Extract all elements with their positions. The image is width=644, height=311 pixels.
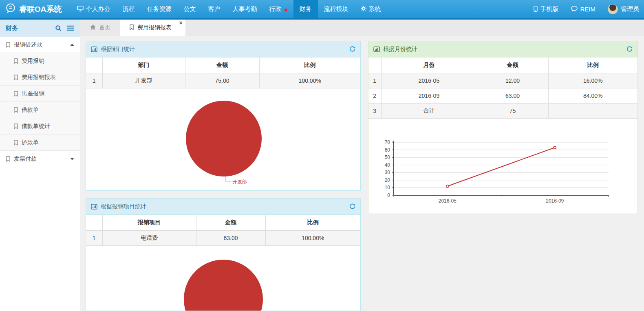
panel-month-header: 根据月份统计 [368, 41, 637, 57]
svg-text:50: 50 [385, 154, 390, 160]
sidebar: 财务 报销借还款 费用报销 费用报销报表 出差报销 借款单 借款单统计 还款单 … [0, 20, 80, 311]
bar-chart-icon [373, 46, 380, 52]
panel-dept-header: 根据部门统计 [86, 41, 360, 57]
cell-index: 1 [86, 73, 102, 88]
nav-item-workflow[interactable]: 流程 [117, 0, 141, 18]
bookmark-icon [13, 124, 18, 129]
cell-index: 1 [368, 73, 381, 88]
search-icon[interactable] [55, 25, 62, 31]
nav-item-personal-office[interactable]: 个人办公 [71, 0, 117, 18]
tab-expense-report[interactable]: 费用报销报表 × [120, 20, 185, 36]
sidebar-title: 财务 [6, 24, 49, 32]
refresh-icon[interactable] [349, 203, 355, 210]
bookmark-icon [6, 42, 11, 48]
column-header: 比例 [259, 57, 360, 73]
app-title: 睿联OA系统 [19, 4, 62, 15]
table-header-row: 月份 金额 比例 [368, 57, 637, 73]
sidebar-item-repayment-form[interactable]: 还款单 [0, 135, 80, 151]
cell-index: 3 [368, 103, 381, 118]
navbar-right: 手机版 REIM 管理员 [534, 0, 644, 18]
svg-text:30: 30 [385, 170, 390, 175]
notification-dot [285, 9, 287, 11]
svg-text:10: 10 [385, 185, 390, 190]
logo-icon [5, 3, 16, 15]
svg-text:0: 0 [387, 192, 390, 198]
cell-month: 2016-09 [381, 88, 477, 103]
bookmark-icon [129, 24, 134, 31]
month-table: 月份 金额 比例 1 2016-05 12.00 16.00% 2 2016-0… [368, 57, 637, 119]
sidebar-item-invoice-payment-group[interactable]: 发票付款 [0, 151, 80, 167]
column-header: 部门 [102, 57, 185, 73]
pie-label-line [225, 176, 231, 181]
top-navbar: 睿联OA系统 个人办公 流程 任务资源 公文 客户 人事考勤 行政 财务 流程模… [0, 0, 644, 20]
phone-icon [534, 6, 538, 13]
menu-toggle-icon[interactable] [67, 25, 74, 31]
tab-bar: 首页 费用报销报表 × [80, 20, 644, 36]
bar-chart-icon [91, 204, 97, 210]
pie-label: 开发部 [232, 179, 247, 185]
column-header: 金额 [185, 57, 259, 73]
cell-ratio: 100.00% [265, 230, 360, 245]
svg-text:70: 70 [385, 139, 390, 145]
sidebar-item-reimburse-loan-group[interactable]: 报销借还款 [0, 37, 80, 53]
sidebar-item-loan-form[interactable]: 借款单 [0, 102, 80, 118]
bar-chart-icon [91, 46, 97, 52]
mobile-version-link[interactable]: 手机版 [534, 5, 559, 13]
panel-month-stats: 根据月份统计 月份 金额 比例 1 2016-05 12.00 16.00% 2… [368, 41, 638, 214]
bookmark-icon [13, 140, 18, 146]
table-header-row: 报销项目 金额 比例 [86, 215, 360, 230]
main-menu: 个人办公 流程 任务资源 公文 客户 人事考勤 行政 财务 流程模块 系统 [71, 0, 387, 18]
svg-text:2016-05: 2016-05 [439, 198, 457, 204]
nav-item-finance[interactable]: 财务 [293, 0, 318, 18]
table-row: 2 2016-09 63.00 84.00% [368, 88, 637, 103]
dept-table: 部门 金额 比例 1 开发部 75.00 100.00% [86, 57, 360, 88]
nav-item-system[interactable]: 系统 [355, 0, 387, 18]
sidebar-item-loan-stats[interactable]: 借款单统计 [0, 118, 80, 135]
close-icon[interactable]: × [179, 20, 183, 26]
panel-title: 根据报销项目统计 [101, 203, 146, 210]
table-header-row: 部门 金额 比例 [86, 57, 360, 73]
app-logo[interactable]: 睿联OA系统 [0, 0, 71, 18]
gear-icon [361, 6, 366, 13]
nav-item-task-resource[interactable]: 任务资源 [141, 0, 178, 18]
pie-chart-item [184, 260, 263, 311]
nav-item-document[interactable]: 公文 [178, 0, 202, 18]
user-menu[interactable]: 管理员 [608, 4, 639, 14]
cell-ratio: 16.00% [548, 73, 637, 88]
cell-amount: 75 [477, 103, 548, 118]
cell-ratio: 100.00% [259, 73, 360, 88]
bookmark-icon [13, 107, 18, 113]
nav-item-admin[interactable]: 行政 [263, 0, 293, 18]
cell-month: 合计 [381, 103, 477, 118]
cell-amount: 63.00 [477, 88, 548, 103]
cell-index: 2 [368, 88, 381, 103]
sidebar-item-expense-reimburse[interactable]: 费用报销 [0, 53, 80, 69]
column-header: 报销项目 [102, 215, 196, 230]
panel-item-header: 根据报销项目统计 [86, 199, 360, 215]
refresh-icon[interactable] [349, 46, 355, 52]
nav-item-workflow-module[interactable]: 流程模块 [318, 0, 355, 18]
table-row: 3 合计 75 [368, 103, 637, 118]
column-header: 金额 [196, 215, 265, 230]
svg-text:20: 20 [385, 177, 390, 183]
svg-text:40: 40 [385, 162, 390, 168]
reim-link[interactable]: REIM [571, 6, 596, 13]
bookmark-icon [13, 91, 18, 97]
cell-item: 电话费 [102, 230, 196, 245]
panel-item-stats: 根据报销项目统计 报销项目 金额 比例 1 电话费 63.00 100.00% [86, 198, 361, 311]
bookmark-icon [13, 58, 18, 64]
nav-item-hr-attendance[interactable]: 人事考勤 [227, 0, 263, 18]
sidebar-header: 财务 [0, 20, 80, 37]
column-header-index [86, 215, 102, 230]
sidebar-item-travel-reimburse[interactable]: 出差报销 [0, 86, 80, 102]
nav-item-customer[interactable]: 客户 [202, 0, 227, 18]
column-header-index [368, 57, 381, 73]
table-row: 1 2016-05 12.00 16.00% [368, 73, 637, 88]
svg-text:60: 60 [385, 147, 390, 153]
sidebar-item-expense-report[interactable]: 费用报销报表 [0, 69, 80, 86]
pie-chart-dept [186, 101, 262, 176]
home-icon [90, 24, 96, 31]
refresh-icon[interactable] [626, 46, 633, 52]
tab-home[interactable]: 首页 [80, 20, 120, 36]
panel-dept-stats: 根据部门统计 部门 金额 比例 1 开发部 75.00 100.00% 开发部 [86, 41, 361, 191]
